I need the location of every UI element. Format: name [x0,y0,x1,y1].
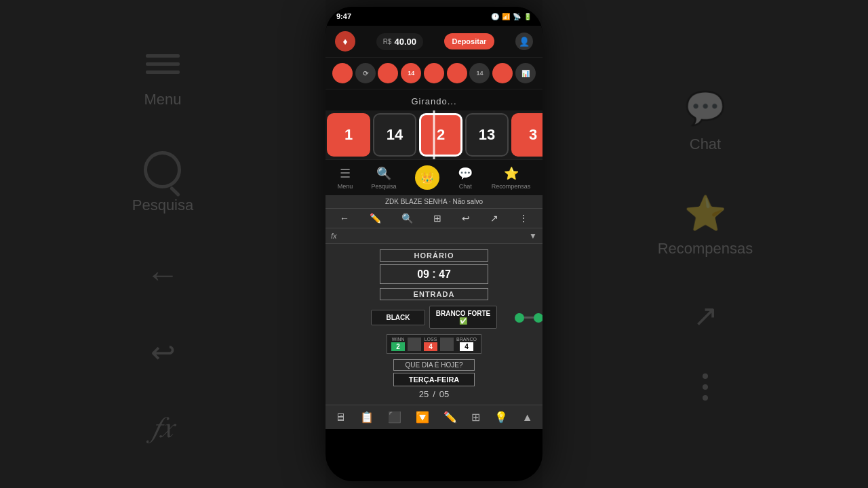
undo-toolbar-icon[interactable]: ↩ [462,213,470,224]
slot-icon-3[interactable] [378,63,398,83]
bottom-nav: ☰ Menu 🔍 Pesquisa 👑 💬 Chat ⭐ Recompensas [326,159,542,195]
app-header: ♦ R$ 40.00 Depositar 👤 [326,26,542,58]
chat-icon-bg: 💬 [685,88,726,129]
stats-row: WINN 2 LOSS 4 BRANCO 4 [331,334,537,354]
menu-icon: ☰ [340,166,351,181]
star-icon-bg: ⭐ [684,194,726,233]
dots-icon-bg [703,373,708,401]
slot-icon-7[interactable]: 14 [469,63,490,83]
undo-icon-bg: ↩ [151,335,176,369]
slot-1: 1 [327,113,370,157]
filter-icon[interactable]: 🔽 [416,411,429,424]
slot-icon-6[interactable] [447,63,467,83]
share-toolbar-icon[interactable]: ↗ [490,213,498,224]
ss-bottom-toolbar: 🖥 📋 ⬛ 🔽 ✏️ ⊞ 💡 ▲ [326,405,542,429]
share-group: ↗ [693,298,718,333]
monitor-icon[interactable]: 🖥 [335,411,346,424]
format-icon[interactable]: ⬛ [388,411,401,424]
winn-value: 2 [391,342,405,351]
balance-display: R$ 40.00 [376,33,423,50]
slider-container[interactable] [515,317,538,319]
table-icon[interactable]: ⊞ [471,411,480,424]
date-slash: / [433,389,435,399]
dots-group [703,373,708,401]
deposit-button[interactable]: Depositar [444,33,495,49]
slider-thumb-left[interactable] [515,313,524,323]
back-arrow-icon: ← [146,255,180,294]
phone-frame: 9:47 🕐 📶 📡 🔋 ♦ R$ 40.00 Depositar 👤 ⟳ 14… [326,7,542,481]
currency-label: R$ [383,38,392,45]
branco-value: 4 [460,342,473,351]
back-toolbar-icon[interactable]: ← [340,213,349,224]
winn-stat: WINN 2 [391,337,405,351]
share-icon-bg: ↗ [693,298,718,333]
menu-bg-label: Menu [144,91,181,108]
search-toolbar-icon[interactable]: 🔍 [401,213,413,224]
date-numerator: 25 [419,389,429,399]
search-icon-bg [142,149,183,190]
bulb-icon[interactable]: 💡 [494,411,508,424]
formula-dropdown[interactable]: ▼ [529,231,537,241]
zdk-title-text: ZDK BLAZE SENHA · Não salvo [385,198,483,205]
user-icon[interactable]: 👤 [515,33,533,50]
slot-icon-5[interactable] [424,63,444,83]
nav-chat[interactable]: 💬 Chat [458,166,473,190]
slot-icon-2[interactable]: ⟳ [355,63,376,83]
search-icon: 🔍 [376,166,391,181]
app-logo: ♦ [335,31,355,52]
nav-search[interactable]: 🔍 Pesquisa [372,166,397,190]
date-fraction: 25 / 05 [331,389,537,399]
highlight-icon[interactable]: ✏️ [443,411,457,424]
loss-label: LOSS [425,337,437,342]
spreadsheet-content: HORÁRIO 09 : 47 ENTRADA BLACK BRANCO FOR… [326,244,542,405]
rewards-icon: ⭐ [504,166,519,181]
nav-chat-label: Chat [459,183,472,190]
stat-divider [408,338,421,351]
slot-icon-8[interactable] [492,63,513,83]
rewards-group: ⭐ Recompensas [658,194,753,258]
clipboard-icon[interactable]: 📋 [360,411,374,424]
time-colon: : [432,267,436,281]
slot-icon-4[interactable]: 14 [401,63,421,83]
background-right: 💬 Chat ⭐ Recompensas ↗ [542,0,868,488]
winn-label: WINN [392,337,405,342]
nav-search-label: Pesquisa [372,183,397,190]
branco-button[interactable]: BRANCO FORTE ✅ [429,306,497,329]
entrada-container: ENTRADA [331,288,537,300]
fx-label: fx [331,232,337,240]
zdk-title-bar: ZDK BLAZE SENHA · Não salvo [326,195,542,209]
nav-rewards[interactable]: ⭐ Recompensas [492,166,531,190]
horario-container: HORÁRIO 09 : 47 [331,249,537,284]
status-time: 9:47 [336,12,351,20]
time-display: 09 : 47 [380,264,488,284]
slot-4: 13 [465,113,509,157]
rewards-bg-label: Recompensas [658,240,753,258]
loss-stat: LOSS 4 [424,337,437,351]
time-minute: 47 [439,268,451,281]
pencil-toolbar-icon[interactable]: ✏️ [370,213,381,224]
chat-bg-label: Chat [690,136,721,153]
nav-menu[interactable]: ☰ Menu [338,166,353,190]
chat-icon: 💬 [458,166,473,181]
slot-icon-1[interactable] [332,63,353,83]
time-hour: 09 [417,268,429,281]
more-toolbar-icon[interactable]: ⋮ [519,213,528,224]
horario-label: HORÁRIO [380,249,488,262]
background-left: Menu Pesquisa ← ↩ 𝑓𝑥 [0,0,326,488]
undo-group: ↩ [151,335,176,369]
formula-bar: fx ▼ [326,228,542,244]
collapse-icon[interactable]: ▲ [522,411,533,424]
search-group: Pesquisa [132,149,194,214]
slider-thumb-right[interactable] [534,313,542,323]
slot-5: 3 [511,113,542,157]
center-indicator [433,110,435,159]
slot-icon-chart[interactable]: 📊 [515,63,536,83]
girando-section: Girando... [326,89,542,110]
grid-toolbar-icon[interactable]: ⊞ [433,213,441,224]
black-button[interactable]: BLACK [371,310,425,325]
chat-group: 💬 Chat [685,88,726,153]
que-dia-label: QUE DIA É HOJE? [393,359,475,371]
nav-crown[interactable]: 👑 [415,165,439,190]
date-denominator: 05 [439,389,449,399]
balance-value: 40.00 [394,37,416,47]
